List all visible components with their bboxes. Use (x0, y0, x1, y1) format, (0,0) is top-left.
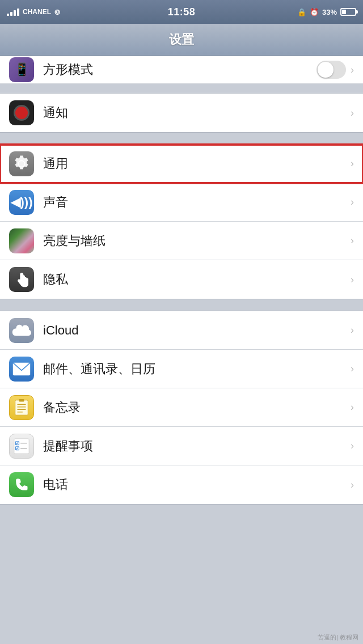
reminders-icon (9, 434, 34, 459)
brightness-label: 亮度与墙纸 (43, 232, 351, 249)
cloud-icon (12, 323, 31, 338)
notes-icon (9, 395, 34, 420)
brightness-chevron: › (351, 235, 354, 247)
reminders-label: 提醒事项 (43, 438, 351, 455)
hand-icon (14, 271, 29, 288)
gear-icon (12, 155, 31, 173)
status-right: 🔒 ⏰ 33% (297, 8, 356, 16)
settings-list-2: 通用 › ◀))) 声音 › 亮度与墙纸 › (0, 144, 363, 299)
checklist-icon (13, 438, 30, 455)
status-time: 11:58 (168, 6, 196, 18)
partial-toggle-knob (318, 62, 334, 78)
phone-label: 电话 (43, 476, 351, 493)
settings-content: 📱 方形模式 › 通知 › (0, 56, 363, 505)
row-icloud[interactable]: iCloud › (0, 311, 363, 350)
signal-bars-icon (7, 8, 19, 16)
mail-envelope-icon (12, 362, 31, 376)
general-icon (9, 151, 34, 176)
settings-list-1: 通知 › (0, 93, 363, 133)
signal-bar-1 (7, 14, 9, 16)
partial-chevron: › (351, 64, 354, 76)
general-chevron: › (351, 158, 354, 170)
signal-bar-2 (10, 12, 12, 16)
flower-image (9, 228, 34, 253)
general-label: 通用 (43, 155, 351, 172)
partial-toggle-wrapper (316, 61, 346, 79)
row-privacy[interactable]: 隐私 › (0, 260, 363, 299)
row-notifications[interactable]: 通知 › (0, 94, 363, 132)
phone-handset-icon (14, 477, 29, 493)
row-phone[interactable]: 电话 › (0, 465, 363, 504)
reminders-chevron: › (351, 440, 354, 452)
sound-icon-symbol: ◀))) (11, 195, 33, 210)
notifications-icon-inner (14, 105, 29, 121)
privacy-icon (9, 267, 34, 292)
nav-bar: 设置 (0, 24, 363, 56)
sound-icon: ◀))) (9, 190, 34, 215)
settings-list-3: iCloud › 邮件、通讯录、日历 › (0, 311, 363, 505)
signal-bar-4 (17, 9, 19, 16)
signal-bar-3 (14, 10, 16, 16)
privacy-label: 隐私 (43, 271, 351, 288)
brightness-icon (9, 228, 34, 253)
mail-chevron: › (351, 363, 354, 375)
row-reminders[interactable]: 提醒事项 › (0, 427, 363, 465)
mail-icon (9, 357, 34, 382)
carrier-label: CHANEL (23, 8, 51, 16)
row-notes[interactable]: 备忘录 › (0, 388, 363, 427)
sound-chevron: › (351, 196, 354, 208)
lock-icon: 🔒 (297, 8, 306, 16)
partial-row: 📱 方形模式 › (0, 56, 363, 84)
row-mail[interactable]: 邮件、通讯录、日历 › (0, 350, 363, 388)
status-bar: CHANEL ⌾ 11:58 🔒 ⏰ 33% (0, 0, 363, 24)
settings-group-3: iCloud › 邮件、通讯录、日历 › (0, 311, 363, 505)
notes-label: 备忘录 (43, 399, 351, 416)
settings-group-partial: 📱 方形模式 › (0, 56, 363, 84)
row-general[interactable]: 通用 › (0, 145, 363, 183)
notes-chevron: › (351, 401, 354, 413)
mail-label: 邮件、通讯录、日历 (43, 361, 351, 378)
sound-label: 声音 (43, 194, 351, 211)
battery-icon (340, 8, 356, 16)
partial-toggle[interactable] (316, 61, 346, 79)
row-brightness[interactable]: 亮度与墙纸 › (0, 222, 363, 260)
notifications-chevron: › (351, 107, 354, 119)
settings-group-2: 通用 › ◀))) 声音 › 亮度与墙纸 › (0, 144, 363, 299)
battery-percent-label: 33% (322, 8, 337, 16)
watermark: 苦逼的| 教程网 (318, 633, 358, 642)
svg-rect-6 (19, 399, 24, 402)
svg-rect-1 (15, 400, 28, 414)
phone-chevron: › (351, 479, 354, 491)
icloud-icon (9, 318, 34, 343)
battery-fill (342, 10, 346, 14)
alarm-icon: ⏰ (310, 8, 319, 16)
partial-icon: 📱 (9, 57, 34, 82)
svg-rect-7 (14, 438, 29, 453)
status-left: CHANEL ⌾ (7, 7, 60, 17)
icloud-chevron: › (351, 324, 354, 336)
page-title: 设置 (169, 31, 194, 48)
notifications-label: 通知 (43, 104, 351, 121)
wifi-icon: ⌾ (54, 7, 60, 17)
notes-pad-icon (13, 399, 30, 416)
icloud-label: iCloud (43, 323, 351, 338)
phone-icon (9, 472, 34, 497)
privacy-chevron: › (351, 274, 354, 286)
partial-label: 方形模式 (43, 61, 316, 78)
row-sound[interactable]: ◀))) 声音 › (0, 183, 363, 222)
settings-group-1: 通知 › (0, 93, 363, 133)
notifications-icon (9, 100, 34, 125)
